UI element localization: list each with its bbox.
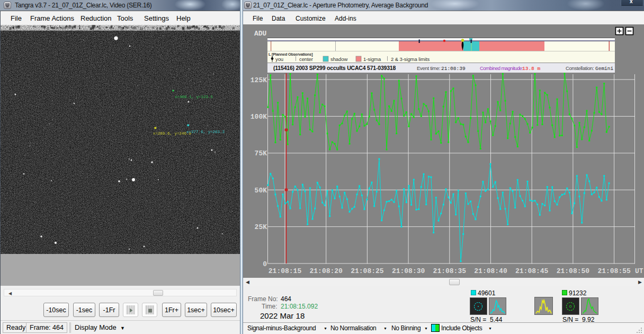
svg-text:21:08:15: 21:08:15 — [269, 267, 302, 275]
svg-text:21:08:20: 21:08:20 — [309, 267, 343, 275]
svg-text:2 & 3-sigma limits: 2 & 3-sigma limits — [391, 56, 430, 62]
svg-text:21:08:39: 21:08:39 — [441, 66, 466, 72]
svg-text:25K: 25K — [255, 223, 267, 231]
svg-text:50K: 50K — [255, 187, 267, 195]
svg-text:Combined magnitude:: Combined magnitude: — [480, 65, 523, 71]
svg-text:x=466.1, y=123.5: x=466.1, y=123.5 — [175, 95, 213, 99]
svg-text:x=289.6, y=246.9: x=289.6, y=246.9 — [153, 131, 191, 136]
svg-text:21:08:30: 21:08:30 — [392, 267, 425, 275]
svg-text:UT: UT — [635, 267, 643, 275]
svg-text:21:08:40: 21:08:40 — [474, 267, 507, 275]
svg-text:125K: 125K — [251, 76, 267, 84]
svg-text:Constellation:: Constellation: — [566, 65, 594, 71]
svg-text:center: center — [299, 56, 313, 62]
svg-text:ADU: ADU — [254, 30, 266, 38]
svg-text:0: 0 — [263, 260, 267, 268]
svg-text:shadow: shadow — [330, 56, 347, 62]
svg-text:(115416) 2003 SP299 occults UC: (115416) 2003 SP299 occults UCAC4 571-03… — [273, 65, 396, 71]
svg-text:x=377.6, y=263.3: x=377.6, y=263.3 — [186, 130, 225, 134]
svg-text:Gemini: Gemini — [595, 66, 614, 72]
svg-text:75K: 75K — [255, 150, 267, 157]
svg-text:100K: 100K — [251, 113, 267, 121]
svg-text:Event time:: Event time: — [417, 65, 440, 71]
svg-text:you: you — [275, 56, 283, 62]
svg-text:13.8 m: 13.8 m — [522, 66, 541, 72]
svg-text:21:08:55: 21:08:55 — [597, 267, 631, 275]
svg-text:21:08:45: 21:08:45 — [515, 267, 549, 275]
svg-text:21:08:50: 21:08:50 — [557, 267, 590, 275]
svg-text:1-sigma: 1-sigma — [363, 56, 381, 62]
svg-text:21:08:35: 21:08:35 — [433, 267, 467, 275]
svg-text:21:08:25: 21:08:25 — [351, 267, 384, 275]
